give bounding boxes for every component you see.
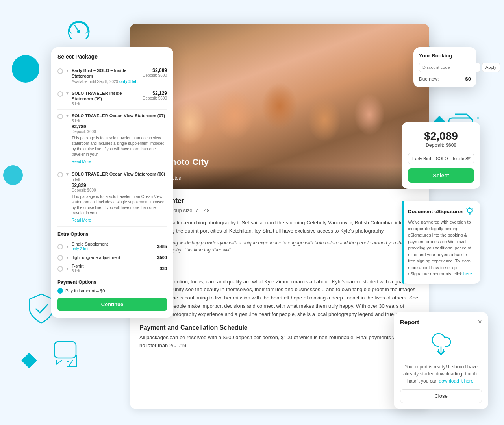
pkg-radio-2[interactable] (57, 114, 63, 119)
package-item-1: ▼ SOLO TRAVELER Inside Stateroom (09) 5 … (57, 87, 167, 110)
pkg-avail-0: Available until Sep 8, 2029 only 3 left (72, 79, 140, 84)
discount-row: Apply (419, 63, 471, 72)
esign-accent (402, 201, 404, 284)
pkg-arrow-2: ▼ (65, 114, 69, 118)
travel-center-meta: 📞 328 Group size: 7 – 48 (139, 207, 420, 213)
svg-line-20 (472, 208, 473, 209)
due-now-label: Due now: (419, 76, 439, 82)
package-item-2: ▼ SOLO TRAVELER Ocean View Stateroom (07… (57, 110, 167, 168)
report-icon-area (400, 332, 482, 357)
pkg-radio-0[interactable] (57, 68, 63, 74)
select-package-title: Select Package (57, 54, 167, 60)
continue-button[interactable]: Continue (57, 298, 167, 311)
pkg-info-2: SOLO TRAVELER Ocean View Stateroom (07) … (72, 113, 167, 164)
bg-circle-2 (3, 165, 23, 185)
pkg-arrow-0: ▼ (65, 68, 69, 73)
package-dropdown[interactable]: Early Bird – SOLO – Inside Sta... (408, 153, 474, 164)
about-text: Connection, attention, focus, care and q… (139, 278, 420, 319)
svg-line-19 (467, 208, 467, 209)
esignatures-panel: Document eSignatures We've partnered wit… (402, 201, 480, 284)
pkg-price-col-0: $2,089 Deposit: $600 (143, 68, 167, 78)
read-more-link[interactable]: Read More (139, 257, 420, 263)
report-close-x-button[interactable]: × (478, 318, 482, 325)
package-item-0: ▼ Early Bird – SOLO – Inside Stateroom A… (57, 65, 167, 87)
pkg-avail-2: 5 left (72, 119, 167, 123)
pkg-avail-3: 5 left (72, 177, 167, 182)
quote-text: "This week-long workshop provides you wi… (139, 239, 420, 253)
pkg-info-3: SOLO TRAVELER Ocean View Stateroom (06) … (72, 171, 167, 223)
hero-overlay: Travel Photo City 9664, USA See more pho… (130, 151, 429, 189)
pkg-info-0: Early Bird – SOLO – Inside Stateroom Ava… (72, 68, 140, 84)
price-deposit: Deposit: $600 (408, 142, 474, 148)
extra-option-1: ▼ flight upgrade adjustment $500 (57, 253, 167, 262)
radio-full-amount[interactable] (57, 288, 63, 294)
report-title: Report (400, 319, 419, 325)
select-button[interactable]: Select (408, 168, 474, 183)
report-modal: Report × Your report is ready! It should… (394, 312, 488, 409)
esign-body: We've partnered with eversign to incorpo… (408, 219, 474, 277)
due-now-amount: $0 (465, 76, 471, 82)
esign-title: Document eSignatures (408, 209, 464, 214)
read-more-pkg-3[interactable]: Read More (72, 218, 91, 222)
hero-panel: Travel Photo City 9664, USA See more pho… (130, 24, 429, 189)
pkg-radio-1[interactable] (57, 91, 63, 97)
read-more-pkg-2[interactable]: Read More (72, 159, 91, 164)
extra-radio-0[interactable] (57, 244, 63, 249)
pkg-price-col-2: $2,789 Deposit: $600 (72, 124, 167, 134)
your-booking-panel: Your Booking Apply Due now: $0 (413, 47, 476, 87)
pkg-avail-1: 5 left (72, 102, 140, 106)
travel-center-panel: Travel Center 📞 328 Group size: 7 – 48 m… (130, 189, 429, 409)
booking-title: Your Booking (419, 53, 471, 59)
payment-title: Payment and Cancellation Schedule (139, 324, 420, 331)
pkg-radio-3[interactable] (57, 172, 63, 177)
payment-option-full: Pay full amount – $0 (57, 288, 167, 294)
esign-here-link[interactable]: here. (463, 272, 473, 276)
report-body: Your report is ready! It should have alr… (400, 363, 482, 384)
bg-circle-1 (12, 55, 39, 83)
svg-point-17 (467, 208, 472, 213)
extra-option-0: ▼ Single Supplement only 2 left $485 (57, 240, 167, 253)
payment-options-section: Payment Options Pay full amount – $0 (57, 279, 167, 294)
price-main: $2,089 (408, 130, 474, 142)
discount-code-input[interactable] (419, 63, 480, 72)
hero-location: 9664, USA (138, 168, 421, 174)
extra-option-2: ▼ T-shirt 6 left $30 (57, 262, 167, 275)
pkg-arrow-1: ▼ (65, 91, 69, 96)
about-title: About (139, 268, 420, 275)
due-now-row: Due now: $0 (419, 76, 471, 82)
pkg-price-col-1: $2,129 Deposit: $600 (143, 91, 167, 100)
package-item-3: ▼ SOLO TRAVELER Ocean View Stateroom (06… (57, 168, 167, 226)
pkg-arrow-3: ▼ (65, 172, 69, 176)
payment-options-title: Payment Options (57, 279, 167, 285)
travel-center-name: Travel Center (139, 197, 420, 205)
extra-radio-2[interactable] (57, 266, 63, 272)
hero-title: Travel Photo City (138, 157, 421, 167)
payment-text: All packages can be reserved with a $600… (139, 334, 420, 350)
extra-radio-1[interactable] (57, 255, 63, 261)
report-header: Report × (400, 318, 482, 325)
bg-diamond-1 (21, 353, 37, 368)
cloud-download-icon (429, 332, 453, 355)
description-text: mmerman, for a life-enriching photograph… (139, 219, 420, 235)
report-close-button[interactable]: Close (400, 389, 482, 403)
apply-button[interactable]: Apply (482, 63, 500, 72)
extra-options-title: Extra Options (57, 231, 167, 237)
pkg-info-1: SOLO TRAVELER Inside Stateroom (09) 5 le… (72, 91, 140, 107)
pkg-price-col-3: $2,829 Deposit: $600 (72, 183, 167, 192)
pkg-name-0: Early Bird – SOLO – Inside Stateroom (72, 68, 140, 79)
select-package-panel: Select Package ▼ Early Bird – SOLO – Ins… (51, 47, 173, 318)
lightbulb-icon (465, 207, 474, 216)
esign-header: Document eSignatures (408, 207, 474, 216)
price-card: $2,089 Deposit: $600 Early Bird – SOLO –… (402, 122, 480, 189)
download-link[interactable]: download it here. (439, 378, 474, 384)
